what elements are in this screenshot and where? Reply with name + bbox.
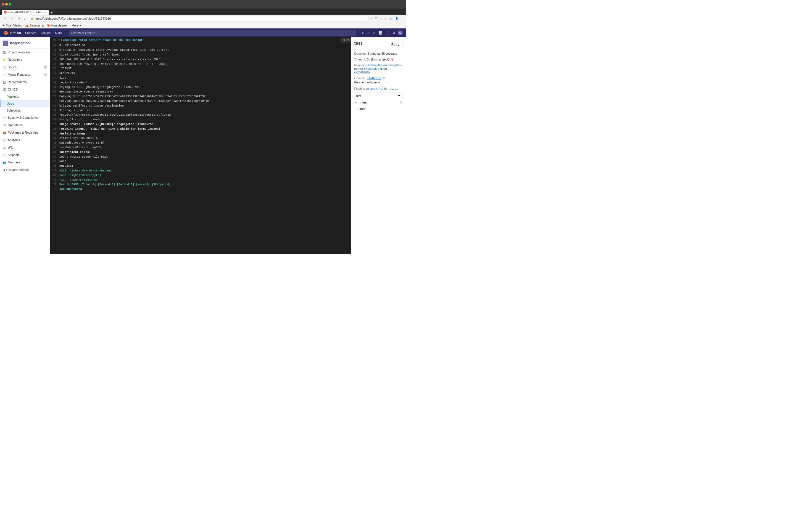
gitlab-logo[interactable]: GitLab (3, 30, 21, 35)
address-bar[interactable]: 🔒 https://gitlab.com/FJCorp/languagetool… (28, 15, 368, 22)
bookmark-icon[interactable]: ☆ (379, 16, 383, 21)
retry-button[interactable]: Retry (388, 41, 403, 48)
profile-icon[interactable]: 👤 (394, 16, 399, 21)
settings-header-icon[interactable]: ⚙ (392, 30, 396, 36)
line-text: Count Wasted Space File Path (58, 154, 351, 159)
pipeline-dropdown-value: test (356, 94, 361, 98)
sidebar-item-issues[interactable]: ⚪ Issues 0 (0, 64, 50, 71)
bookmark-more[interactable]: More ▼ (72, 24, 81, 27)
line-number: 38 (50, 127, 58, 131)
log-line: 22 Dload Upload Total Spent Left Speed (50, 52, 351, 57)
groups-nav[interactable]: Groups (39, 30, 52, 36)
operations-label: Operations (8, 123, 23, 127)
line-number: 30 (50, 89, 58, 94)
sidebar-item-project-overview[interactable]: 🏠 Project overview (0, 49, 50, 56)
forward-button[interactable]: → (9, 16, 15, 21)
activity-icon[interactable]: 📊 (377, 30, 383, 36)
back-button[interactable]: ← (2, 16, 8, 21)
tab-close-button[interactable]: ✕ (44, 10, 47, 14)
line-text: PASS: lowestEfficiency (58, 177, 351, 182)
copy-commit-icon[interactable]: ⧉ (383, 77, 385, 80)
timeout-row: Timeout: 1h (from project) ❓ (354, 58, 403, 61)
line-text: None (58, 159, 351, 164)
pipeline-link[interactable]: #176805736 (366, 87, 383, 91)
more-nav[interactable]: More (53, 30, 64, 36)
sidebar-item-wiki[interactable]: 📖 Wiki (0, 144, 50, 151)
pipelines-label: Pipelines (7, 95, 19, 98)
line-number: 25 (50, 66, 58, 71)
more-chevron-icon: ▼ (79, 24, 81, 27)
sidebar-item-repository[interactable]: 📁 Repository (0, 56, 50, 64)
line-number: 43 (50, 150, 58, 155)
line-text: Using CI config: .dive-ci (58, 117, 351, 122)
bookmark-basecamp[interactable]: ⛺ Basecamp (25, 24, 44, 27)
project-overview-label: Project overview (8, 50, 30, 54)
sidebar-item-schedules[interactable]: Schedules (0, 107, 50, 114)
new-tab-button[interactable]: + (49, 10, 54, 15)
collapse-sidebar-button[interactable]: ◀ Collapse sidebar (0, 166, 50, 174)
bookmarks-bar: ★ Most Visited ⛺ Basecamp 🔖 Kursplaene M… (0, 23, 406, 29)
sidebar-item-jobs[interactable]: Jobs (0, 100, 50, 107)
sidebar-item-members[interactable]: 👥 Members (0, 159, 50, 166)
active-tab[interactable]: G test (#681633616) · Jobs · ✕ (2, 10, 49, 15)
requirements-label: Requirements (8, 80, 27, 84)
runner-label: Runner: (354, 64, 365, 67)
sidebar-item-pipelines[interactable]: Pipelines (0, 93, 50, 100)
log-line: 26README.md (50, 71, 351, 76)
settings-icon[interactable]: ⋮ (400, 16, 404, 21)
line-number: 44 (50, 154, 58, 159)
bookmark-kursplaene[interactable]: 🔖 Kursplaene (47, 24, 67, 27)
header-search (69, 30, 356, 36)
shield-icon[interactable]: 🛡 (374, 16, 378, 21)
line-number: 47 (50, 168, 58, 173)
log-line: 43Inefficient Files: (50, 150, 351, 155)
sidebar-item-operations[interactable]: ⚙ Operations (0, 122, 50, 129)
sidebar-item-snippets[interactable]: ✂ Snippets (0, 151, 50, 159)
sidebar-item-analytics[interactable]: 📈 Analytics (0, 136, 50, 144)
search-input[interactable] (69, 30, 356, 36)
projects-nav[interactable]: Projects (23, 30, 38, 36)
refresh-button[interactable]: ↻ (16, 16, 21, 21)
log-line: 50Result:PASS [Total:3] [Passed:3] [Fail… (50, 182, 351, 187)
log-line: 45None (50, 159, 351, 164)
pipeline-section: Pipeline #176805736 for master test ▼ → … (354, 87, 403, 112)
help-icon[interactable]: ❓ (385, 30, 390, 36)
mr-icon[interactable]: ⤢ (372, 30, 376, 36)
line-text: Copying config sha256:75a9d4d7f3d4766e44… (58, 99, 351, 103)
log-line: 3575a9d4d7f3d4766e442d0de690117509f19133… (50, 113, 351, 117)
commit-hash-link[interactable]: 01a0fd30 (366, 77, 381, 80)
create-icon[interactable]: ⊕ (361, 30, 365, 36)
sidebar-item-ci-cd[interactable]: 🔄 CI / CD (0, 86, 50, 93)
duration-row: Duration: 3 minutes 38 seconds (354, 52, 403, 55)
log-line: 20$ ./bin/test.sh (50, 43, 351, 48)
pipeline-dropdown[interactable]: test ▼ (354, 93, 403, 99)
home-button[interactable]: ⌂ (23, 16, 27, 21)
gitlab-logo-text: GitLab (10, 31, 21, 35)
pipeline-sub-stage-label[interactable]: test (360, 107, 365, 111)
sidebar-item-packages[interactable]: 📦 Packages & Registries (0, 129, 50, 136)
analytics-icon: 📈 (3, 138, 6, 142)
bookmark-most-visited[interactable]: ★ Most Visited (2, 24, 23, 27)
pipeline-branch-link[interactable]: master (389, 87, 398, 91)
line-number: 50 (50, 182, 58, 187)
line-text: PASS: highestWastedBytes (58, 173, 351, 178)
line-number: 34 (50, 108, 58, 113)
sidebar-item-security-compliance[interactable]: 🛡 Security & Compliance (0, 114, 50, 122)
browser-chrome (0, 0, 406, 8)
pipeline-arrow-icon: → (354, 101, 357, 104)
timeout-help-icon[interactable]: ❓ (391, 58, 394, 61)
issues-icon[interactable]: ⎘ (367, 30, 370, 36)
project-name[interactable]: languagetool (10, 41, 31, 45)
sidebar-item-requirements[interactable]: 📋 Requirements (0, 78, 50, 86)
sidebar-item-merge-requests[interactable]: ⤢ Merge Requests 0 (0, 71, 50, 78)
job-log[interactable]: 19 ▼ Executing "step_script" stage of th… (50, 37, 351, 254)
extensions-icon[interactable]: ⋯ (370, 16, 373, 21)
reader-icon[interactable]: 📰 (389, 16, 393, 21)
section-toggle-icon[interactable]: ▼ (58, 38, 60, 42)
pipeline-refresh-icon[interactable]: ↻ (400, 101, 403, 104)
repository-icon: 📁 (3, 58, 6, 61)
header-actions: ⊕ ⎘ ⤢ 📊 ❓ ⚙ U (361, 30, 403, 36)
user-avatar[interactable]: U (398, 30, 403, 35)
pipeline-stage-label[interactable]: test (362, 101, 367, 104)
download-icon[interactable]: ⬇ (384, 16, 388, 21)
